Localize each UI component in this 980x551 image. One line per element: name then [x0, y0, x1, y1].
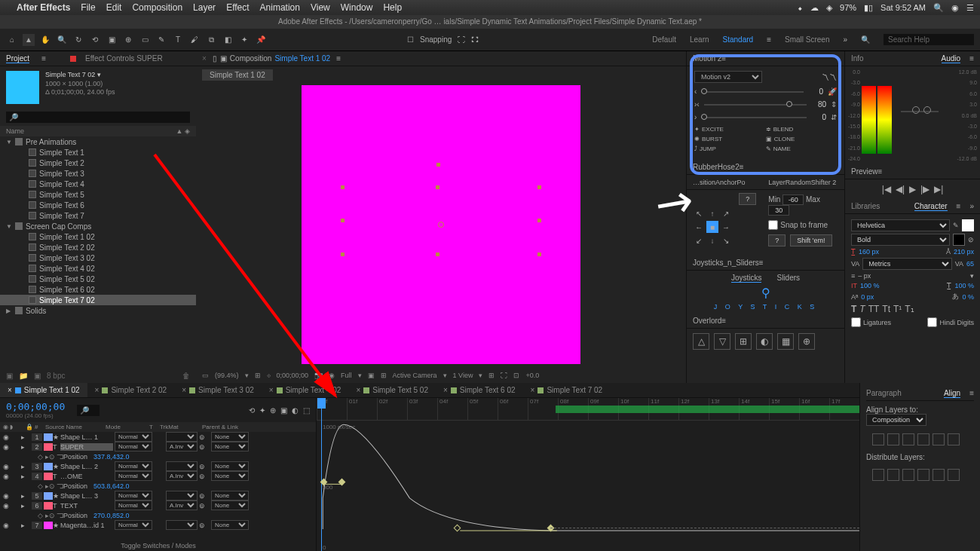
ws-standard[interactable]: Standard	[723, 35, 754, 44]
ov-opts[interactable]: ⊞	[735, 333, 752, 350]
tree-item[interactable]: Simple Text 1	[0, 147, 196, 158]
cc-icon[interactable]: ☁	[810, 3, 819, 13]
effect-controls-tab[interactable]: Effect Controls SUPER	[85, 54, 163, 63]
shift-help[interactable]: ?	[768, 234, 786, 246]
tree-item[interactable]: Simple Text 6	[0, 200, 196, 210]
stroke-width[interactable]: – px	[858, 272, 871, 280]
tl-tool6[interactable]: ⬚	[303, 406, 310, 415]
tl-tool1[interactable]: ⟲	[249, 406, 255, 415]
exposure[interactable]: +0.0	[525, 372, 539, 379]
tree-item[interactable]: ▼Screen Cap Comps	[0, 221, 196, 231]
col-source[interactable]: Source Name	[45, 424, 106, 430]
motion-panel-title[interactable]: Motion 2	[693, 54, 721, 63]
new-folder-icon[interactable]: 📁	[19, 372, 28, 380]
help-search[interactable]	[884, 34, 974, 45]
timeline-tab[interactable]: ×Simple Text 7 02	[523, 383, 611, 397]
view-layout[interactable]: 1 View	[453, 372, 473, 379]
preview-title[interactable]: Preview	[851, 167, 878, 176]
motion-preset[interactable]: Motion v2	[694, 71, 762, 83]
ws-learn[interactable]: Learn	[690, 35, 709, 44]
menu-animation[interactable]: Animation	[260, 2, 300, 13]
blend-button[interactable]: ≑ BLEND	[766, 126, 835, 133]
paragraph-tab[interactable]: Paragraph	[866, 389, 902, 397]
wifi-icon[interactable]: ◈	[826, 3, 832, 13]
project-tab[interactable]: Project	[6, 54, 29, 63]
burst-button[interactable]: ✺ BURST	[694, 136, 763, 142]
ov-new[interactable]: ⊕	[798, 333, 815, 350]
tree-item[interactable]: Simple Text 3 02	[0, 253, 196, 263]
layer-search[interactable]	[77, 405, 100, 416]
ov-swatch[interactable]: ▦	[777, 333, 794, 350]
tree-item[interactable]: Simple Text 6 02	[0, 284, 196, 295]
jns-title[interactable]: Joysticks_n_Sliders	[693, 259, 759, 267]
stroke-swatch[interactable]	[953, 234, 965, 246]
menu-edit[interactable]: Edit	[106, 2, 122, 13]
joystick-icon[interactable]: ⚲	[693, 286, 838, 300]
spotlight-icon[interactable]: 🔍	[933, 3, 944, 13]
app-name[interactable]: After Effects	[17, 2, 70, 13]
col-parent[interactable]: Parent & Link	[202, 424, 238, 430]
align-target[interactable]: Composition	[866, 414, 926, 426]
tree-item[interactable]: Simple Text 5	[0, 189, 196, 200]
tree-item[interactable]: Simple Text 4 02	[0, 263, 196, 274]
menu-window[interactable]: Window	[341, 2, 373, 13]
first-frame-icon[interactable]: |◀	[882, 184, 891, 194]
leading[interactable]: 210 px	[954, 248, 974, 256]
fill-swatch[interactable]	[962, 219, 974, 231]
tree-item[interactable]: Simple Text 4	[0, 179, 196, 189]
ws-menu-icon[interactable]: ≡	[767, 35, 771, 44]
ease-out-val[interactable]: 0	[811, 113, 826, 121]
snapshot-icon[interactable]: 📷	[314, 372, 323, 379]
noswap-icon[interactable]: ⊘	[968, 236, 974, 243]
flowchart-tab[interactable]: Simple Text 1 02	[202, 69, 273, 81]
shift-min[interactable]	[782, 194, 804, 205]
shift-max[interactable]	[768, 205, 789, 216]
ease-both-val[interactable]: 80	[811, 100, 826, 109]
tree-item[interactable]: Simple Text 2	[0, 158, 196, 168]
menu-effect[interactable]: Effect	[226, 2, 249, 13]
timeline-tab[interactable]: ×Simple Text 4 02	[262, 383, 349, 397]
rect-tool[interactable]: ▭	[139, 34, 151, 46]
orbit-tool[interactable]: ↻	[72, 34, 84, 46]
tl-tool3[interactable]: ⊕	[270, 406, 276, 415]
tl-tool4[interactable]: ▣	[280, 406, 287, 415]
col-mode[interactable]: Mode	[106, 424, 149, 430]
layer-row[interactable]: ◉▸2TSUPERNormalA.Inv⊚None	[0, 442, 316, 452]
menu-layer[interactable]: Layer	[193, 2, 216, 13]
jns-tab-slider[interactable]: Sliders	[776, 274, 800, 283]
anchor-tool[interactable]: ⊕	[122, 34, 134, 46]
timeline-tab[interactable]: ×Simple Text 2 02	[87, 383, 175, 397]
graph-editor[interactable]: 00f01f02f03f04f05f06f07f08f09f10f11f12f1…	[317, 398, 859, 551]
property-row[interactable]: ◇ ▸ ⊙ ⫎ Position503.8,642.0	[0, 481, 316, 491]
posanchor-help[interactable]: ?	[739, 193, 756, 205]
ov-pull[interactable]: ▽	[714, 333, 730, 350]
ov-grad[interactable]: ◐	[756, 333, 773, 350]
tree-item[interactable]: ▶Solids	[0, 305, 196, 316]
ws-more-icon[interactable]: »	[843, 35, 847, 44]
tree-item[interactable]: Simple Text 7 02	[0, 295, 196, 305]
type-style-buttons[interactable]: TTTTTtT¹T₁	[851, 304, 974, 314]
baseline[interactable]: 0 px	[861, 293, 874, 301]
timeline-tabs[interactable]: ×Simple Text 1 02×Simple Text 2 02×Simpl…	[0, 383, 859, 398]
name-button[interactable]: ✎ NAME	[766, 145, 835, 152]
viewer-timecode[interactable]: 0;00;00;00	[277, 372, 309, 379]
trash-icon[interactable]: 🗑	[182, 372, 190, 380]
project-search[interactable]	[6, 112, 190, 123]
camera-select[interactable]: Active Camera	[393, 372, 437, 379]
layer-row[interactable]: ◉▸3★Shape L… 2Normal⊚None	[0, 461, 316, 471]
tree-item[interactable]: Simple Text 1 02	[0, 231, 196, 242]
audio-tab[interactable]: Audio	[942, 54, 961, 63]
pen-tool[interactable]: ✎	[155, 34, 167, 46]
tsume[interactable]: 0 %	[962, 293, 974, 301]
timeline-tab[interactable]: ×Simple Text 1 02	[0, 383, 87, 397]
snap-frame[interactable]	[768, 220, 778, 230]
hindi-digits[interactable]	[927, 317, 937, 327]
current-timecode[interactable]: 0;00;00;00	[6, 401, 65, 412]
name-column[interactable]: Name	[6, 127, 24, 135]
layer-list[interactable]: ◉▸1★Shape L… 1Normal⊚None◉▸2TSUPERNormal…	[0, 432, 316, 530]
zoom-tool[interactable]: 🔍	[56, 34, 68, 46]
vscale[interactable]: 100 %	[860, 282, 880, 289]
anchor-point-icon[interactable]	[438, 222, 444, 228]
tree-item[interactable]: Simple Text 5 02	[0, 274, 196, 284]
layer-row[interactable]: ◉▸7★Magenta…id 1Normal⊚None	[0, 520, 316, 530]
